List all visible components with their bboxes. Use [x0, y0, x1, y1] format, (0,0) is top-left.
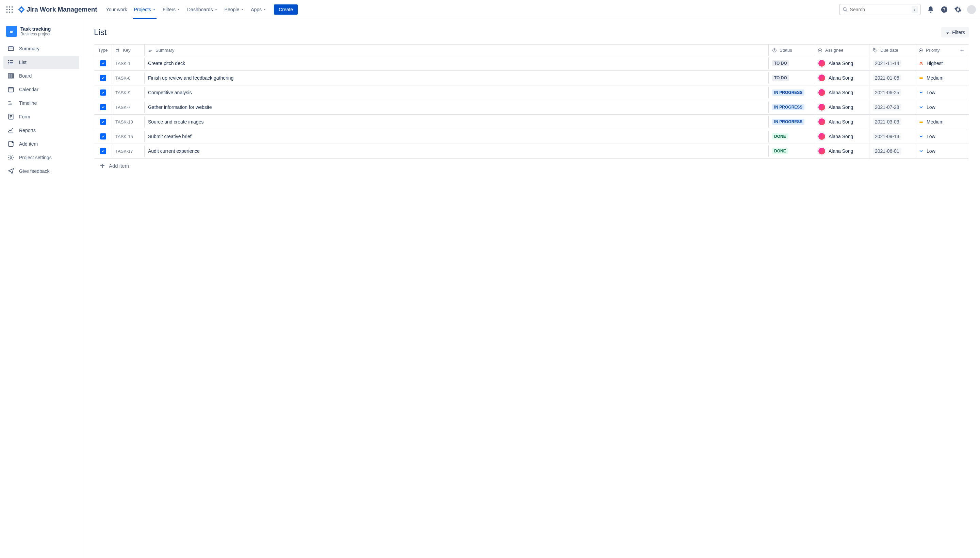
task-type-icon	[100, 119, 106, 125]
cell-status[interactable]: IN PROGRESS	[769, 101, 814, 113]
sidebar-item-list[interactable]: List	[3, 56, 79, 69]
cell-summary[interactable]: Competitive analysis	[144, 87, 769, 98]
cell-priority[interactable]: Low	[915, 102, 955, 113]
cell-status[interactable]: TO DO	[769, 72, 814, 84]
assignee-avatar	[817, 118, 826, 126]
cell-key[interactable]: TASK-15	[112, 131, 144, 142]
create-button[interactable]: Create	[274, 5, 298, 15]
app-switcher-icon[interactable]	[4, 4, 15, 15]
priority-low-icon	[918, 105, 924, 110]
cell-due-date[interactable]: 2021-06-25	[869, 86, 915, 99]
sidebar: Task tracking Business project SummaryLi…	[0, 19, 83, 558]
cell-type[interactable]	[94, 87, 112, 98]
sidebar-item-calendar[interactable]: Calendar	[3, 83, 79, 96]
cell-type[interactable]	[94, 145, 112, 157]
cell-type[interactable]	[94, 130, 112, 143]
add-item-row[interactable]: Add item	[94, 159, 969, 173]
cell-key[interactable]: TASK-10	[112, 117, 144, 128]
add-column-button[interactable]	[955, 45, 969, 56]
cell-due-date[interactable]: 2021-03-03	[869, 115, 915, 128]
cell-summary[interactable]: Submit creative brief	[144, 131, 769, 142]
cell-key[interactable]: TASK-8	[112, 72, 144, 84]
svg-rect-0	[7, 7, 8, 8]
sidebar-item-reports[interactable]: Reports	[3, 124, 79, 137]
cell-assignee[interactable]: Alana Song	[814, 129, 869, 144]
cell-status[interactable]: DONE	[769, 130, 814, 143]
col-header-summary[interactable]: Summary	[144, 44, 769, 56]
search-box[interactable]: /	[839, 4, 921, 15]
cell-type[interactable]	[94, 57, 112, 69]
sidebar-item-board[interactable]: Board	[3, 69, 79, 82]
table-row[interactable]: TASK-10 Source and create images IN PROG…	[94, 115, 969, 129]
cell-assignee[interactable]: Alana Song	[814, 144, 869, 158]
project-header[interactable]: Task tracking Business project	[3, 26, 79, 42]
cell-key[interactable]: TASK-7	[112, 102, 144, 113]
cell-summary[interactable]: Create pitch deck	[144, 57, 769, 69]
notifications-icon[interactable]	[926, 5, 935, 14]
cell-summary[interactable]: Finish up review and feedback gathering	[144, 72, 769, 84]
cell-priority[interactable]: Medium	[915, 72, 955, 84]
cell-key[interactable]: TASK-17	[112, 146, 144, 157]
task-type-icon	[100, 60, 106, 66]
cell-due-date[interactable]: 2021-01-05	[869, 71, 915, 84]
cell-status[interactable]: IN PROGRESS	[769, 87, 814, 98]
table-header: Type Key Summary Status Assignee Due dat…	[94, 44, 969, 56]
cell-assignee[interactable]: Alana Song	[814, 115, 869, 129]
nav-apps[interactable]: Apps	[247, 0, 270, 19]
cell-summary[interactable]: Audit current experience	[144, 145, 769, 157]
col-header-assignee[interactable]: Assignee	[814, 44, 869, 56]
cell-due-date[interactable]: 2021-11-14	[869, 57, 915, 70]
col-header-due[interactable]: Due date	[869, 44, 915, 56]
nav-dashboards[interactable]: Dashboards	[184, 0, 221, 19]
table-row[interactable]: TASK-17 Audit current experience DONE Al…	[94, 144, 969, 158]
profile-avatar[interactable]	[967, 5, 976, 14]
nav-projects[interactable]: Projects	[130, 0, 159, 19]
sidebar-item-add-item[interactable]: Add item	[3, 138, 79, 150]
cell-assignee[interactable]: Alana Song	[814, 56, 869, 71]
filters-button[interactable]: Filters	[941, 27, 969, 38]
cell-status[interactable]: IN PROGRESS	[769, 116, 814, 128]
table-row[interactable]: TASK-7 Gather information for website IN…	[94, 100, 969, 115]
col-header-priority[interactable]: Priority	[915, 44, 955, 56]
cell-priority[interactable]: Highest	[915, 57, 955, 69]
cell-assignee[interactable]: Alana Song	[814, 71, 869, 85]
cell-type[interactable]	[94, 116, 112, 128]
col-header-type[interactable]: Type	[94, 44, 112, 56]
cell-priority[interactable]: Medium	[915, 116, 955, 128]
table-row[interactable]: TASK-1 Create pitch deck TO DO Alana Son…	[94, 56, 969, 71]
cell-priority[interactable]: Low	[915, 87, 955, 98]
sidebar-item-give-feedback[interactable]: Give feedback	[3, 165, 79, 177]
cell-due-date[interactable]: 2021-07-28	[869, 101, 915, 114]
cell-assignee[interactable]: Alana Song	[814, 85, 869, 100]
cell-key[interactable]: TASK-9	[112, 87, 144, 98]
cell-priority[interactable]: Low	[915, 131, 955, 142]
cell-status[interactable]: DONE	[769, 145, 814, 157]
col-header-key[interactable]: Key	[112, 44, 144, 56]
table-row[interactable]: TASK-9 Competitive analysis IN PROGRESS …	[94, 85, 969, 100]
nav-people[interactable]: People	[221, 0, 248, 19]
cell-due-date[interactable]: 2021-09-13	[869, 130, 915, 143]
settings-icon[interactable]	[954, 5, 962, 14]
cell-summary[interactable]: Gather information for website	[144, 102, 769, 113]
cell-key[interactable]: TASK-1	[112, 58, 144, 69]
list-icon	[8, 59, 14, 66]
table-row[interactable]: TASK-8 Finish up review and feedback gat…	[94, 71, 969, 85]
cell-priority[interactable]: Low	[915, 145, 955, 157]
sidebar-item-project-settings[interactable]: Project settings	[3, 151, 79, 164]
sidebar-item-form[interactable]: Form	[3, 110, 79, 123]
cell-assignee[interactable]: Alana Song	[814, 100, 869, 114]
cell-type[interactable]	[94, 72, 112, 84]
cell-type[interactable]	[94, 101, 112, 113]
cell-status[interactable]: TO DO	[769, 57, 814, 69]
app-logo[interactable]: Jira Work Management	[18, 6, 97, 13]
nav-your-work[interactable]: Your work	[103, 0, 131, 19]
col-header-status[interactable]: Status	[769, 44, 814, 56]
nav-filters[interactable]: Filters	[159, 0, 184, 19]
sidebar-item-timeline[interactable]: Timeline	[3, 97, 79, 110]
table-row[interactable]: TASK-15 Submit creative brief DONE Alana…	[94, 129, 969, 144]
help-icon[interactable]: ?	[940, 5, 949, 14]
cell-due-date[interactable]: 2021-06-01	[869, 144, 915, 158]
sidebar-item-summary[interactable]: Summary	[3, 42, 79, 55]
search-input[interactable]	[850, 7, 909, 12]
cell-summary[interactable]: Source and create images	[144, 116, 769, 128]
